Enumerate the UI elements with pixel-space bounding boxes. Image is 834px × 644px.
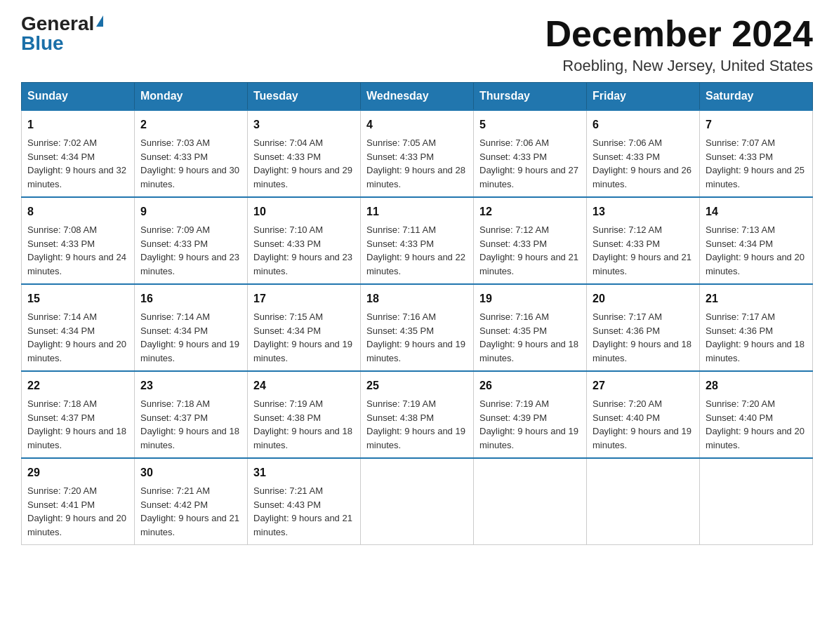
calendar-cell: 5 Sunrise: 7:06 AMSunset: 4:33 PMDayligh… xyxy=(474,110,587,197)
day-info: Sunrise: 7:19 AMSunset: 4:39 PMDaylight:… xyxy=(479,398,578,450)
calendar-cell: 2 Sunrise: 7:03 AMSunset: 4:33 PMDayligh… xyxy=(135,110,248,197)
calendar-cell: 24 Sunrise: 7:19 AMSunset: 4:38 PMDaylig… xyxy=(248,371,361,458)
calendar-cell: 23 Sunrise: 7:18 AMSunset: 4:37 PMDaylig… xyxy=(135,371,248,458)
day-number: 14 xyxy=(706,203,807,220)
weekday-header-sunday: Sunday xyxy=(22,83,135,111)
day-info: Sunrise: 7:19 AMSunset: 4:38 PMDaylight:… xyxy=(253,398,352,450)
calendar-cell: 25 Sunrise: 7:19 AMSunset: 4:38 PMDaylig… xyxy=(361,371,474,458)
calendar-week-1: 1 Sunrise: 7:02 AMSunset: 4:34 PMDayligh… xyxy=(22,110,813,197)
calendar-cell: 15 Sunrise: 7:14 AMSunset: 4:34 PMDaylig… xyxy=(22,284,135,371)
calendar-week-2: 8 Sunrise: 7:08 AMSunset: 4:33 PMDayligh… xyxy=(22,197,813,284)
calendar-header: SundayMondayTuesdayWednesdayThursdayFrid… xyxy=(22,83,813,111)
calendar-table: SundayMondayTuesdayWednesdayThursdayFrid… xyxy=(21,82,813,545)
day-info: Sunrise: 7:12 AMSunset: 4:33 PMDaylight:… xyxy=(479,224,578,276)
day-info: Sunrise: 7:13 AMSunset: 4:34 PMDaylight:… xyxy=(706,224,805,276)
day-number: 4 xyxy=(366,116,468,133)
day-number: 13 xyxy=(593,203,694,220)
calendar-cell xyxy=(474,458,587,545)
day-info: Sunrise: 7:09 AMSunset: 4:33 PMDaylight:… xyxy=(140,224,239,276)
day-info: Sunrise: 7:20 AMSunset: 4:40 PMDaylight:… xyxy=(593,398,691,450)
calendar-location: Roebling, New Jersey, United States xyxy=(545,57,813,75)
calendar-cell: 1 Sunrise: 7:02 AMSunset: 4:34 PMDayligh… xyxy=(22,110,135,197)
calendar-cell: 21 Sunrise: 7:17 AMSunset: 4:36 PMDaylig… xyxy=(700,284,813,371)
day-number: 15 xyxy=(27,290,128,307)
day-info: Sunrise: 7:16 AMSunset: 4:35 PMDaylight:… xyxy=(479,311,578,363)
calendar-cell: 3 Sunrise: 7:04 AMSunset: 4:33 PMDayligh… xyxy=(248,110,361,197)
day-info: Sunrise: 7:10 AMSunset: 4:33 PMDaylight:… xyxy=(253,224,352,276)
logo-triangle-icon xyxy=(96,15,103,27)
day-number: 25 xyxy=(366,377,468,394)
day-info: Sunrise: 7:16 AMSunset: 4:35 PMDaylight:… xyxy=(366,311,465,363)
calendar-cell: 12 Sunrise: 7:12 AMSunset: 4:33 PMDaylig… xyxy=(474,197,587,284)
day-number: 29 xyxy=(27,464,128,481)
day-number: 31 xyxy=(253,464,355,481)
calendar-cell: 6 Sunrise: 7:06 AMSunset: 4:33 PMDayligh… xyxy=(587,110,700,197)
day-number: 19 xyxy=(479,290,581,307)
weekday-header-wednesday: Wednesday xyxy=(361,83,474,111)
calendar-cell: 16 Sunrise: 7:14 AMSunset: 4:34 PMDaylig… xyxy=(135,284,248,371)
day-info: Sunrise: 7:18 AMSunset: 4:37 PMDaylight:… xyxy=(140,398,239,450)
calendar-cell: 7 Sunrise: 7:07 AMSunset: 4:33 PMDayligh… xyxy=(700,110,813,197)
calendar-cell xyxy=(700,458,813,545)
logo-general-text: General xyxy=(21,14,94,34)
calendar-cell: 31 Sunrise: 7:21 AMSunset: 4:43 PMDaylig… xyxy=(248,458,361,545)
calendar-cell: 27 Sunrise: 7:20 AMSunset: 4:40 PMDaylig… xyxy=(587,371,700,458)
calendar-cell: 20 Sunrise: 7:17 AMSunset: 4:36 PMDaylig… xyxy=(587,284,700,371)
day-number: 9 xyxy=(140,203,241,220)
calendar-cell xyxy=(361,458,474,545)
calendar-cell: 26 Sunrise: 7:19 AMSunset: 4:39 PMDaylig… xyxy=(474,371,587,458)
day-number: 18 xyxy=(366,290,468,307)
calendar-cell: 9 Sunrise: 7:09 AMSunset: 4:33 PMDayligh… xyxy=(135,197,248,284)
day-number: 6 xyxy=(593,116,694,133)
day-info: Sunrise: 7:04 AMSunset: 4:33 PMDaylight:… xyxy=(253,137,352,189)
day-number: 3 xyxy=(253,116,355,133)
day-info: Sunrise: 7:20 AMSunset: 4:41 PMDaylight:… xyxy=(27,485,126,537)
day-number: 22 xyxy=(27,377,128,394)
weekday-header-friday: Friday xyxy=(587,83,700,111)
day-info: Sunrise: 7:02 AMSunset: 4:34 PMDaylight:… xyxy=(27,137,126,189)
day-number: 1 xyxy=(27,116,128,133)
weekday-header-saturday: Saturday xyxy=(700,83,813,111)
calendar-cell: 11 Sunrise: 7:11 AMSunset: 4:33 PMDaylig… xyxy=(361,197,474,284)
day-info: Sunrise: 7:19 AMSunset: 4:38 PMDaylight:… xyxy=(366,398,465,450)
calendar-cell: 10 Sunrise: 7:10 AMSunset: 4:33 PMDaylig… xyxy=(248,197,361,284)
day-number: 16 xyxy=(140,290,241,307)
day-info: Sunrise: 7:06 AMSunset: 4:33 PMDaylight:… xyxy=(479,137,578,189)
page-header: General Blue December 2024 Roebling, New… xyxy=(21,14,813,75)
calendar-cell: 8 Sunrise: 7:08 AMSunset: 4:33 PMDayligh… xyxy=(22,197,135,284)
day-number: 8 xyxy=(27,203,128,220)
calendar-cell: 4 Sunrise: 7:05 AMSunset: 4:33 PMDayligh… xyxy=(361,110,474,197)
day-number: 20 xyxy=(593,290,694,307)
calendar-cell: 17 Sunrise: 7:15 AMSunset: 4:34 PMDaylig… xyxy=(248,284,361,371)
day-info: Sunrise: 7:15 AMSunset: 4:34 PMDaylight:… xyxy=(253,311,352,363)
calendar-cell: 18 Sunrise: 7:16 AMSunset: 4:35 PMDaylig… xyxy=(361,284,474,371)
day-info: Sunrise: 7:11 AMSunset: 4:33 PMDaylight:… xyxy=(366,224,465,276)
day-number: 12 xyxy=(479,203,581,220)
day-info: Sunrise: 7:18 AMSunset: 4:37 PMDaylight:… xyxy=(27,398,126,450)
logo: General Blue xyxy=(21,14,103,53)
day-info: Sunrise: 7:21 AMSunset: 4:42 PMDaylight:… xyxy=(140,485,239,537)
logo-blue-text: Blue xyxy=(21,34,64,53)
day-number: 7 xyxy=(706,116,807,133)
day-number: 30 xyxy=(140,464,241,481)
day-number: 21 xyxy=(706,290,807,307)
day-info: Sunrise: 7:06 AMSunset: 4:33 PMDaylight:… xyxy=(593,137,691,189)
calendar-cell: 13 Sunrise: 7:12 AMSunset: 4:33 PMDaylig… xyxy=(587,197,700,284)
day-info: Sunrise: 7:20 AMSunset: 4:40 PMDaylight:… xyxy=(706,398,805,450)
calendar-week-3: 15 Sunrise: 7:14 AMSunset: 4:34 PMDaylig… xyxy=(22,284,813,371)
weekday-header-monday: Monday xyxy=(135,83,248,111)
day-info: Sunrise: 7:17 AMSunset: 4:36 PMDaylight:… xyxy=(593,311,691,363)
day-number: 10 xyxy=(253,203,355,220)
calendar-cell: 28 Sunrise: 7:20 AMSunset: 4:40 PMDaylig… xyxy=(700,371,813,458)
calendar-cell: 22 Sunrise: 7:18 AMSunset: 4:37 PMDaylig… xyxy=(22,371,135,458)
calendar-cell: 14 Sunrise: 7:13 AMSunset: 4:34 PMDaylig… xyxy=(700,197,813,284)
day-number: 26 xyxy=(479,377,581,394)
day-number: 28 xyxy=(706,377,807,394)
title-block: December 2024 Roebling, New Jersey, Unit… xyxy=(545,14,813,75)
day-info: Sunrise: 7:17 AMSunset: 4:36 PMDaylight:… xyxy=(706,311,805,363)
day-number: 23 xyxy=(140,377,241,394)
day-info: Sunrise: 7:08 AMSunset: 4:33 PMDaylight:… xyxy=(27,224,126,276)
weekday-header-tuesday: Tuesday xyxy=(248,83,361,111)
day-info: Sunrise: 7:07 AMSunset: 4:33 PMDaylight:… xyxy=(706,137,805,189)
calendar-cell xyxy=(587,458,700,545)
